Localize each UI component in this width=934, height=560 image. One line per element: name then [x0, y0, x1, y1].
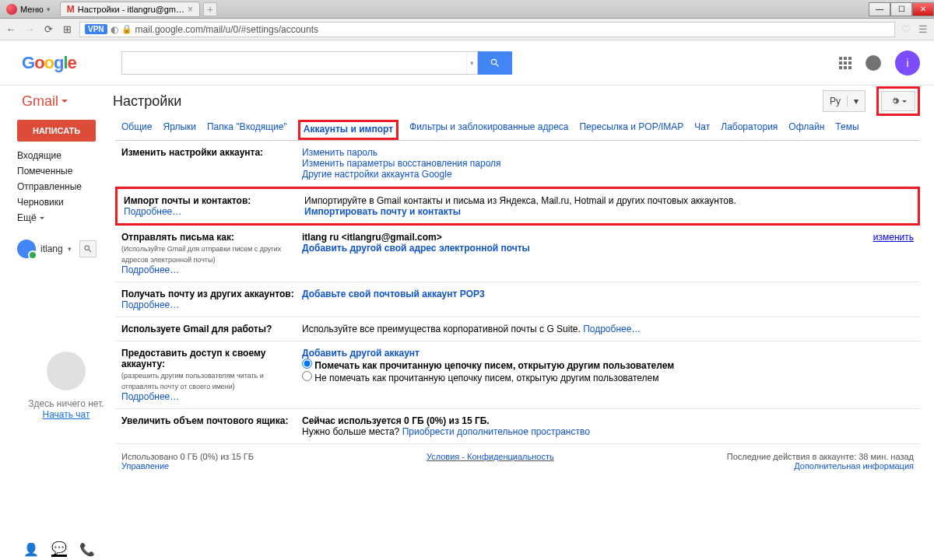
hangouts-empty-state: Здесь ничего нет. Начать чат [17, 352, 115, 420]
start-chat-link[interactable]: Начать чат [17, 409, 115, 420]
checkmail-learn-more[interactable]: Подробнее… [121, 299, 179, 310]
tab-chat[interactable]: Чат [694, 121, 710, 140]
terms-link[interactable]: Условия [427, 452, 459, 461]
account-avatar[interactable]: i [895, 51, 920, 75]
browser-toolbar: ← → ⟳ ⊞ VPN ◐ 🔒 mail.google.com/mail/u/0… [0, 19, 934, 40]
add-delegate-link[interactable]: Добавить другой аккаунт [302, 348, 420, 359]
row-label: Увеличить объем почтового ящика: [121, 415, 288, 426]
maximize-button[interactable]: ☐ [890, 2, 912, 16]
browser-tab[interactable]: M Настройки - itlangru@gm… × [60, 2, 200, 17]
reload-button[interactable]: ⟳ [42, 23, 54, 36]
tab-themes[interactable]: Темы [835, 121, 859, 140]
sidebar-item-more[interactable]: Ещё [17, 210, 115, 226]
input-tools-label: Ру [823, 96, 847, 107]
gsuite-description: Используйте все преимущества корпоративн… [302, 324, 581, 334]
forward-button[interactable]: → [23, 23, 36, 36]
manage-storage-link[interactable]: Управление [121, 461, 169, 471]
back-button[interactable]: ← [5, 23, 17, 36]
search-icon [83, 244, 93, 254]
bookmark-heart-icon[interactable]: ♡ [901, 23, 911, 35]
gmail-favicon: M [67, 4, 75, 15]
search-input[interactable]: ▾ [121, 51, 478, 75]
change-password-link[interactable]: Изменить пароль [302, 147, 377, 158]
minimize-button[interactable]: — [869, 2, 890, 16]
gmail-switcher[interactable]: Gmail [22, 93, 68, 110]
radio-mark-read[interactable] [302, 359, 312, 369]
gsuite-learn-more[interactable]: Подробнее… [583, 324, 641, 334]
row-label: Отправлять письма как: [121, 232, 234, 243]
privacy-link[interactable]: Конфиденциальность [467, 452, 554, 461]
import-mail-contacts-link[interactable]: Импортировать почту и контакты [304, 206, 461, 217]
radio-no-mark-read[interactable] [302, 371, 312, 381]
sidebar-item-starred[interactable]: Помеченные [17, 163, 115, 179]
other-settings-link[interactable]: Другие настройки аккаунта Google [302, 169, 452, 180]
sendas-learn-more[interactable]: Подробнее… [121, 264, 179, 275]
input-tools-button[interactable]: Ру ▾ [823, 90, 866, 112]
vpn-badge[interactable]: VPN [85, 24, 107, 34]
sidebar-item-inbox[interactable]: Входящие [17, 148, 115, 163]
gear-icon [890, 96, 901, 107]
compose-button[interactable]: НАПИСАТЬ [17, 120, 96, 142]
change-recovery-link[interactable]: Изменить параметры восстановления пароля [302, 158, 501, 169]
url-text: mail.google.com/mail/u/0/#settings/accou… [135, 24, 318, 35]
row-label: Импорт почты и контактов: [124, 195, 251, 206]
speed-dial-button[interactable]: ⊞ [61, 23, 73, 36]
new-tab-button[interactable]: + [203, 2, 217, 16]
grant-learn-more[interactable]: Подробнее… [121, 391, 179, 402]
chevron-down-icon: ▾ [847, 96, 865, 107]
row-gsuite: Используете Gmail для работы? Используйт… [115, 317, 920, 341]
settings-gear-button[interactable] [881, 91, 915, 111]
hangouts-user[interactable]: itlang ▾ [17, 240, 115, 258]
row-label: Изменить настройки аккаунта: [121, 147, 263, 158]
edit-send-as-link[interactable]: изменить [873, 232, 914, 243]
google-bar: Google ▾ i [0, 40, 934, 86]
activity-details-link[interactable]: Дополнительная информация [794, 461, 914, 471]
mark-read-option[interactable]: Помечать как прочитанную цепочку писем, … [302, 360, 674, 371]
opera-menu-button[interactable]: Меню ▾ [0, 2, 57, 16]
hangouts-phone-icon[interactable]: 📞 [79, 541, 95, 557]
add-send-as-link[interactable]: Добавить другой свой адрес электронной п… [302, 243, 530, 254]
google-logo[interactable]: Google [22, 53, 76, 73]
row-change-account: Изменить настройки аккаунта: Изменить па… [115, 141, 920, 187]
settings-footer: Использовано 0 ГБ (0%) из 15 ГБ Управлен… [115, 444, 920, 478]
storage-more-text: Нужно больше места? [302, 426, 399, 437]
hangouts-placeholder-icon [47, 352, 86, 390]
tab-title: Настройки - itlangru@gm… [78, 5, 184, 14]
hangouts-chats-icon[interactable]: 💬 [51, 541, 67, 557]
hangouts-contacts-icon[interactable]: 👤 [23, 541, 39, 557]
tab-labels[interactable]: Ярлыки [163, 121, 196, 140]
close-window-button[interactable]: ✕ [912, 2, 934, 16]
import-learn-more[interactable]: Подробнее… [124, 206, 181, 217]
user-avatar-icon [17, 240, 36, 258]
hangouts-user-name: itlang [40, 243, 63, 254]
row-storage: Увеличить объем почтового ящика: Сейчас … [115, 409, 920, 444]
sidebar-item-drafts[interactable]: Черновики [17, 194, 115, 210]
storage-usage: Сейчас используется 0 ГБ (0%) из 15 ГБ. [302, 415, 490, 426]
buy-storage-link[interactable]: Приобрести дополнительное пространство [402, 426, 590, 437]
bookmarks-menu-icon[interactable]: ☰ [917, 23, 929, 36]
tab-general[interactable]: Общие [121, 121, 152, 140]
search-button[interactable] [478, 51, 512, 75]
notifications-icon[interactable] [866, 55, 881, 71]
settings-main: Общие Ярлыки Папка "Входящие" Аккаунты и… [115, 117, 934, 560]
hangouts-search-button[interactable] [79, 240, 97, 257]
tab-accounts-import[interactable]: Аккаунты и импорт [298, 120, 399, 140]
sidebar-item-sent[interactable]: Отправленные [17, 179, 115, 194]
opera-logo-icon [6, 4, 17, 15]
add-pop3-link[interactable]: Добавьте свой почтовый аккаунт POP3 [302, 289, 485, 299]
tab-labs[interactable]: Лаборатория [721, 121, 778, 140]
window-titlebar: Меню ▾ M Настройки - itlangru@gm… × + — … [0, 0, 934, 19]
tab-filters[interactable]: Фильтры и заблокированные адреса [409, 121, 568, 140]
tab-inbox[interactable]: Папка "Входящие" [207, 121, 287, 140]
google-apps-icon[interactable] [839, 57, 851, 69]
last-activity-text: Последние действия в аккаунте: 38 мин. н… [727, 452, 914, 461]
page-title: Настройки [113, 93, 181, 110]
address-bar[interactable]: VPN ◐ 🔒 mail.google.com/mail/u/0/#settin… [79, 22, 895, 37]
tab-offline[interactable]: Офлайн [788, 121, 824, 140]
gear-highlight [876, 86, 920, 116]
no-mark-read-option[interactable]: Не помечать как прочитанную цепочку писе… [302, 373, 659, 383]
row-send-as: Отправлять письма как: (Используйте Gmai… [115, 226, 920, 282]
search-dropdown-icon[interactable]: ▾ [466, 52, 477, 74]
tab-forwarding[interactable]: Пересылка и POP/IMAP [579, 121, 683, 140]
tab-close-icon[interactable]: × [188, 4, 193, 15]
